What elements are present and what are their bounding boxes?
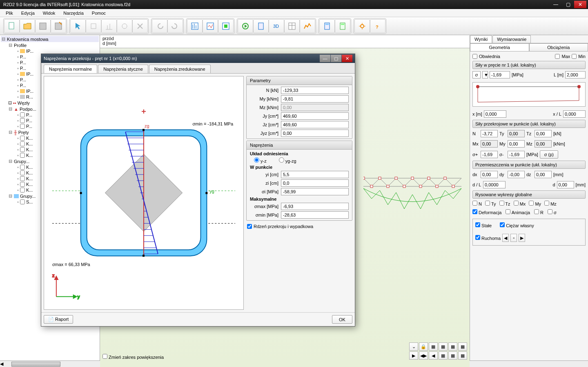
cb-ciezar[interactable] <box>500 222 505 227</box>
view2-icon[interactable]: ▦ <box>448 351 457 360</box>
dz-input[interactable] <box>535 171 552 178</box>
ruchoma-prev-icon[interactable]: ◀ <box>502 234 509 242</box>
cb-R[interactable] <box>534 209 539 214</box>
minimize-button[interactable]: — <box>550 1 562 8</box>
dialog-tab-normalne[interactable]: Naprężenia normalne <box>44 65 97 73</box>
chart3-icon[interactable] <box>218 19 234 33</box>
param-Jyz[interactable] <box>281 130 349 137</box>
cb-My[interactable] <box>529 201 534 206</box>
subtab-obciazenia[interactable]: Obciążenia <box>529 43 588 51</box>
pointer-icon[interactable] <box>70 19 86 33</box>
dialog-maximize-icon[interactable]: ▢ <box>331 55 341 62</box>
param-sigma-min[interactable] <box>281 211 349 219</box>
rdzen-checkbox[interactable] <box>247 224 252 229</box>
open-file-icon[interactable] <box>20 19 35 33</box>
cb-def[interactable] <box>472 209 477 214</box>
new-file-icon[interactable] <box>4 19 20 33</box>
obwiednia-checkbox[interactable] <box>472 54 477 59</box>
dL-input[interactable] <box>483 181 506 188</box>
Tz-input[interactable] <box>535 130 552 137</box>
sigma-select[interactable]: σ <box>472 71 481 78</box>
grid3-icon[interactable]: ▦ <box>448 342 457 351</box>
results-icon[interactable] <box>300 19 315 33</box>
redo-icon[interactable] <box>167 19 183 33</box>
nav-left-icon[interactable]: ◀ <box>429 351 438 360</box>
lock-icon[interactable]: 🔒 <box>419 342 428 351</box>
tool-icon[interactable] <box>86 19 101 33</box>
nav-right-icon[interactable]: ▶ <box>409 351 418 360</box>
undo-icon[interactable] <box>152 19 167 33</box>
tree-scrollbar[interactable]: ◀ <box>0 360 100 367</box>
menu-narzedzia[interactable]: Narzędzia <box>60 10 87 16</box>
xL-input[interactable] <box>563 110 586 118</box>
menu-plik[interactable]: Plik <box>2 10 16 16</box>
dialog-tab-zredukowane[interactable]: Naprężenia zredukowane <box>149 65 211 73</box>
tab-wymiarowanie[interactable]: Wymiarowanie <box>492 35 531 43</box>
dialog-close-icon[interactable]: ✕ <box>342 55 352 62</box>
max-checkbox[interactable] <box>555 54 560 59</box>
param-sigma-i[interactable] <box>281 188 349 195</box>
cb-ruchoma[interactable] <box>475 235 480 240</box>
calc1-icon[interactable] <box>319 19 335 33</box>
param-sigma-max[interactable] <box>281 203 349 210</box>
cb-sigma[interactable] <box>548 209 552 214</box>
subtab-geometria[interactable]: Geometria <box>470 43 529 51</box>
cb-stale[interactable] <box>475 222 480 227</box>
save-as-icon[interactable] <box>51 19 66 33</box>
sigma-plus-input[interactable] <box>481 151 498 158</box>
chart1-icon[interactable] <box>187 19 203 33</box>
min-checkbox[interactable] <box>572 54 577 59</box>
close-button[interactable]: ✕ <box>574 1 586 8</box>
N-input[interactable] <box>481 130 498 137</box>
3d-icon[interactable]: 3D <box>269 19 284 33</box>
save-icon[interactable] <box>35 19 51 33</box>
calc2-icon[interactable] <box>335 19 350 33</box>
chart2-icon[interactable] <box>203 19 218 33</box>
dy-input[interactable] <box>508 171 525 178</box>
maximize-button[interactable]: ▢ <box>562 1 574 8</box>
param-yi[interactable] <box>281 171 349 178</box>
L-input[interactable] <box>565 71 586 78</box>
cb-N[interactable] <box>472 201 477 206</box>
calculator-icon[interactable] <box>253 19 269 33</box>
sigma-p-button[interactable]: σ (p) <box>540 150 558 159</box>
dx-input[interactable] <box>481 171 498 178</box>
cb-Tz[interactable] <box>499 201 504 206</box>
grid2-icon[interactable]: ▦ <box>439 342 448 351</box>
ruchoma-next-icon[interactable]: ▶ <box>519 234 525 242</box>
raport-button[interactable]: 📄 Raport <box>44 315 73 324</box>
run-icon[interactable] <box>238 19 253 33</box>
nav-both-icon[interactable]: ◀▶ <box>419 351 428 360</box>
expand-icon[interactable]: ⌄ <box>409 342 418 351</box>
sigma-input[interactable] <box>490 71 510 78</box>
dialog-tab-styczne[interactable]: Naprężenia styczne <box>98 65 148 73</box>
tab-wyniki[interactable]: Wyniki <box>470 35 492 43</box>
grid1-icon[interactable]: ▦ <box>429 342 438 351</box>
cb-Mz[interactable] <box>544 201 549 206</box>
param-Jy[interactable] <box>281 112 349 120</box>
ruchoma-stop-icon[interactable]: ▫ <box>510 234 517 242</box>
sigma-minus-input[interactable] <box>508 151 525 158</box>
tool3-icon[interactable] <box>117 19 132 33</box>
view1-icon[interactable]: ▦ <box>439 351 448 360</box>
cb-anim[interactable] <box>506 209 510 214</box>
param-My[interactable] <box>281 95 349 103</box>
radio-ygzg[interactable] <box>279 157 284 163</box>
cb-Mx[interactable] <box>514 201 519 206</box>
param-zi[interactable] <box>281 179 349 187</box>
d-input[interactable] <box>557 181 574 188</box>
ok-button[interactable]: OK <box>332 315 352 324</box>
menu-widok[interactable]: Widok <box>40 10 59 16</box>
tool2-icon[interactable] <box>101 19 117 33</box>
delete-icon[interactable] <box>132 19 148 33</box>
dialog-minimize-icon[interactable]: — <box>320 55 330 62</box>
sigma-dropdown-icon[interactable]: ▼ <box>482 71 488 78</box>
param-Jz[interactable] <box>281 121 349 128</box>
menu-edycja[interactable]: Edycja <box>18 10 38 16</box>
table-icon[interactable] <box>284 19 300 33</box>
param-N[interactable] <box>281 87 349 94</box>
settings-icon[interactable] <box>354 19 370 33</box>
menu-pomoc[interactable]: Pomoc <box>89 10 109 16</box>
My-input[interactable] <box>508 140 525 148</box>
x-input[interactable] <box>484 110 506 118</box>
